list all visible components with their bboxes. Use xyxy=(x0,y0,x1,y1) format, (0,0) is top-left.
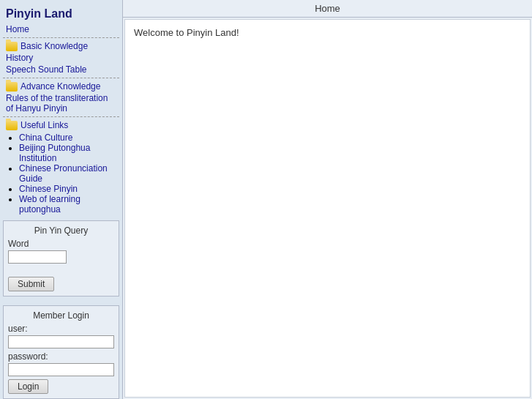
nav-divider-2 xyxy=(3,78,119,78)
pinyin-query-panel: Pin Yin Query Word Submit xyxy=(3,220,119,297)
nav-divider-3 xyxy=(3,116,119,117)
nav-speech-sound-table[interactable]: Speech Sound Table xyxy=(3,64,119,75)
nav-history[interactable]: History xyxy=(3,52,119,64)
folder-icon xyxy=(6,42,18,51)
link-pronunciation[interactable]: Chinese Pronunciation Guide xyxy=(19,163,108,184)
list-item: Beijing Putonghua Institution xyxy=(19,143,119,163)
useful-links-list: China Culture Beijing Putonghua Institut… xyxy=(3,133,119,215)
folder-icon-3 xyxy=(6,121,18,130)
login-button[interactable]: Login xyxy=(8,379,48,394)
member-login-panel: Member Login user: password: Login xyxy=(3,305,119,399)
submit-button[interactable]: Submit xyxy=(8,277,54,291)
main-content: Welcome to Pinyin Land! xyxy=(124,19,531,398)
password-label: password: xyxy=(8,351,114,362)
nav-basic-knowledge[interactable]: Basic Knowledge xyxy=(3,40,119,52)
link-beijing[interactable]: Beijing Putonghua Institution xyxy=(19,143,90,163)
user-input[interactable] xyxy=(8,335,114,348)
word-label: Word xyxy=(8,239,114,249)
nav-rules[interactable]: Rules of the transliteration of Hanyu Pi… xyxy=(3,92,119,114)
word-input[interactable] xyxy=(8,250,67,264)
nav-divider-1 xyxy=(3,37,119,38)
folder-icon-2 xyxy=(6,82,18,92)
link-chinese-pinyin[interactable]: Chinese Pinyin xyxy=(19,184,78,194)
list-item: Chinese Pronunciation Guide xyxy=(19,163,119,184)
pinyin-query-title: Pin Yin Query xyxy=(8,225,114,236)
member-login-title: Member Login xyxy=(8,310,114,321)
link-china-culture[interactable]: China Culture xyxy=(19,133,72,143)
list-item: China Culture xyxy=(19,133,119,143)
welcome-text: Welcome to Pinyin Land! xyxy=(134,27,239,38)
user-label: user: xyxy=(8,324,114,334)
site-title: Pinyin Land xyxy=(0,3,122,23)
main-header: Home xyxy=(123,0,532,18)
list-item: Web of learning putonghua xyxy=(19,194,119,215)
nav-useful-links[interactable]: Useful Links xyxy=(3,119,119,131)
nav-advance-knowledge[interactable]: Advance Knowledge xyxy=(3,81,119,92)
password-input[interactable] xyxy=(8,363,114,376)
link-putonghua[interactable]: Web of learning putonghua xyxy=(19,194,80,215)
nav-home[interactable]: Home xyxy=(3,23,119,35)
list-item: Chinese Pinyin xyxy=(19,184,119,194)
